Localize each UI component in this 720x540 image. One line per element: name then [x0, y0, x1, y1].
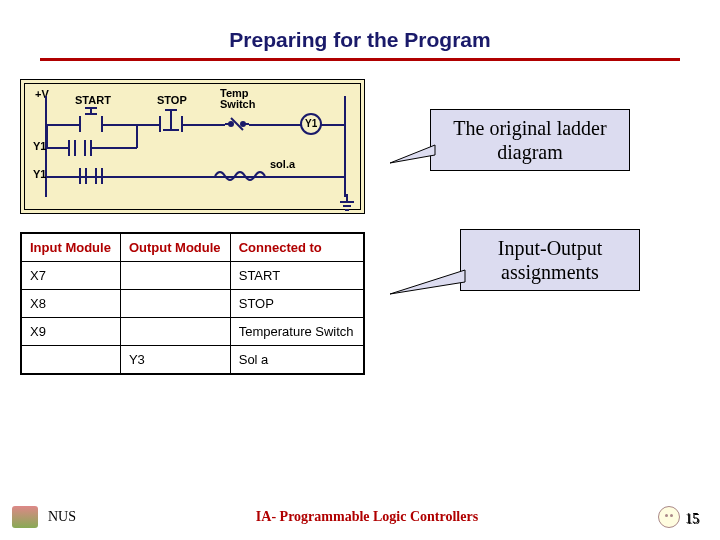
svg-marker-38 [390, 145, 435, 163]
callout-ladder: The original ladder diagram [430, 109, 630, 171]
callout-io-tail [380, 264, 470, 304]
cell: Y3 [120, 346, 230, 375]
sol-label: sol.a [270, 158, 295, 170]
cell [120, 318, 230, 346]
footer-university: NUS [48, 509, 76, 525]
y1-rung2-label: Y1 [33, 168, 46, 180]
io-th-connected: Connected to [230, 233, 364, 262]
footer-lecture-title: IA- Programmable Logic Controllers [76, 509, 658, 525]
io-th-input: Input Module [21, 233, 120, 262]
cell: Temperature Switch [230, 318, 364, 346]
svg-rect-25 [69, 140, 91, 156]
callout-io: Input-Output assignments [460, 229, 640, 291]
io-assignment-table: Input Module Output Module Connected to … [20, 232, 365, 375]
cell: X8 [21, 290, 120, 318]
smiley-icon [658, 506, 680, 528]
slide-title: Preparing for the Program [0, 28, 720, 52]
y1-coil-label: Y1 [305, 118, 317, 129]
table-row: X8 STOP [21, 290, 364, 318]
rung-2-wire [47, 176, 344, 178]
svg-rect-4 [80, 116, 102, 132]
cell [120, 290, 230, 318]
stop-label: STOP [157, 94, 187, 106]
page-number: 1515 [686, 512, 700, 528]
start-label: START [75, 94, 111, 106]
slide-footer: NUS IA- Programmable Logic Controllers [0, 506, 720, 528]
svg-marker-39 [390, 270, 465, 294]
table-row: X7 START [21, 262, 364, 290]
cell: Sol a [230, 346, 364, 375]
nus-logo-icon [12, 506, 38, 528]
cell [21, 346, 120, 375]
cell: STOP [230, 290, 364, 318]
title-underline [40, 58, 680, 61]
cell: START [230, 262, 364, 290]
temp-label: Temp Switch [220, 88, 264, 110]
callout-ladder-tail [380, 139, 440, 169]
table-row: X9 Temperature Switch [21, 318, 364, 346]
y1-branch-label: Y1 [33, 140, 46, 152]
cell: X7 [21, 262, 120, 290]
svg-point-20 [229, 122, 233, 126]
ladder-diagram: +V [20, 79, 365, 214]
io-th-output: Output Module [120, 233, 230, 262]
table-row: Y3 Sol a [21, 346, 364, 375]
cell [120, 262, 230, 290]
svg-point-21 [241, 122, 245, 126]
cell: X9 [21, 318, 120, 346]
